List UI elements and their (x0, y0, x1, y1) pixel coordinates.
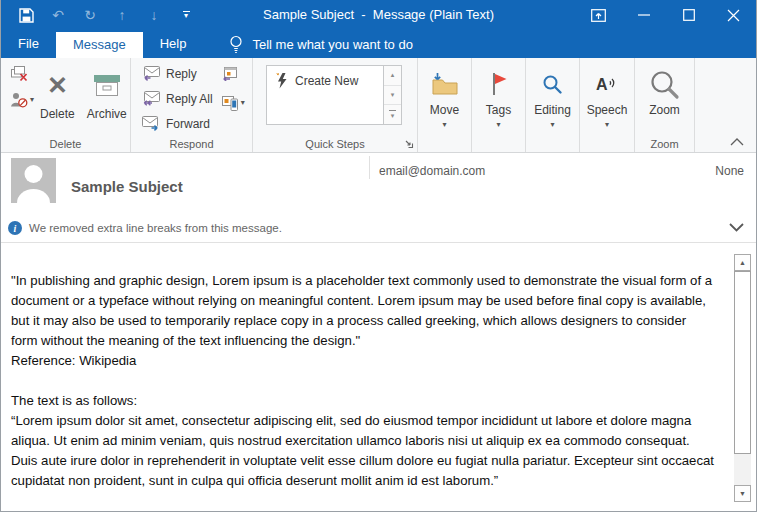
more-respond-actions-button[interactable]: ▾ (221, 95, 245, 111)
lightbulb-icon (229, 35, 243, 54)
editing-caret-icon: ▾ (550, 121, 554, 129)
ribbon-group-tags: Tags ▾ (472, 58, 526, 152)
scroll-down-icon: ▾ (391, 91, 395, 99)
reply-button[interactable]: Reply (141, 62, 213, 85)
create-new-quick-step[interactable]: Create New (274, 72, 383, 89)
tab-file[interactable]: File (1, 30, 56, 58)
reply-icon (141, 65, 161, 82)
tags-button[interactable]: Tags ▾ (472, 58, 525, 152)
close-button[interactable] (711, 0, 756, 30)
message-text: "In publishing and graphic design, Lorem… (11, 271, 716, 491)
sender-avatar (11, 158, 56, 203)
tell-me-label: Tell me what you want to do (252, 37, 412, 52)
ribbon-group-zoom: Zoom Zoom (635, 58, 695, 152)
meeting-button[interactable] (221, 66, 245, 81)
collapse-ribbon-button[interactable] (730, 138, 744, 146)
scrollbar-down-icon: ▼ (739, 490, 746, 497)
redo-icon: ↻ (84, 8, 96, 22)
move-label: Move (430, 103, 459, 117)
message-body[interactable]: "In publishing and graphic design, Lorem… (1, 244, 756, 511)
header-divider (369, 156, 370, 179)
message-subject: Sample Subject (71, 178, 183, 195)
scrollbar-down-button[interactable]: ▼ (734, 485, 751, 502)
arrow-down-icon: ↓ (151, 8, 158, 22)
scrollbar-up-button[interactable]: ▲ (734, 254, 751, 271)
quick-steps-group-label: Quick Steps (253, 138, 417, 150)
delete-button[interactable]: ✕ Delete (34, 60, 81, 121)
speech-caret-icon: ▾ (605, 121, 609, 129)
expand-header-button[interactable] (729, 223, 744, 232)
zoom-icon (649, 69, 680, 100)
archive-button[interactable]: Archive (81, 60, 133, 121)
tab-message[interactable]: Message (56, 32, 143, 58)
quick-steps-scroll-strip: ▴ ▾ ▾ (383, 66, 401, 124)
ribbon-tab-row: File Message Help Tell me what you want … (1, 30, 756, 58)
redo-button[interactable]: ↻ (81, 6, 99, 24)
ribbon-group-quick-steps: Create New ▴ ▾ ▾ Quick Steps (253, 58, 418, 152)
scrollbar-thumb[interactable] (734, 271, 751, 454)
gallery-more-button[interactable]: ▾ (384, 105, 401, 124)
ignore-button[interactable] (10, 65, 29, 82)
ribbon-group-respond: Reply Reply All (131, 58, 253, 152)
flag-status: None (715, 164, 744, 178)
speech-label: Speech (587, 103, 628, 117)
reply-all-icon (141, 90, 161, 107)
delete-label: Delete (40, 107, 75, 121)
move-button[interactable]: Move ▾ (418, 58, 471, 152)
zoom-group-label: Zoom (635, 138, 694, 150)
body-paragraph-2: “Lorem ipsum dolor sit amet, consectetur… (11, 411, 716, 491)
block-sender-button[interactable]: ▾ (10, 92, 34, 108)
reply-label: Reply (166, 67, 197, 81)
info-icon: i (8, 221, 22, 235)
save-button[interactable] (17, 6, 35, 24)
move-caret-icon: ▾ (442, 121, 446, 129)
window-controls (576, 0, 756, 30)
gallery-scroll-up-button[interactable]: ▴ (384, 66, 401, 86)
gallery-scroll-down-button[interactable]: ▾ (384, 86, 401, 106)
minimize-button[interactable] (621, 0, 666, 30)
respond-group-label: Respond (131, 138, 252, 150)
delete-x-icon: ✕ (47, 71, 68, 100)
undo-icon: ↶ (52, 8, 64, 22)
arrow-up-icon: ↑ (119, 8, 126, 22)
body-blank-line (11, 371, 716, 391)
editing-label: Editing (534, 103, 571, 117)
next-item-button[interactable]: ↓ (145, 6, 163, 24)
speech-button[interactable]: A Speech ▾ (580, 58, 634, 152)
forward-button[interactable]: Forward (141, 112, 213, 135)
body-intro: The text is as follows: (11, 391, 716, 411)
undo-button[interactable]: ↶ (49, 6, 67, 24)
tell-me-box[interactable]: Tell me what you want to do (229, 30, 412, 58)
body-paragraph-1: "In publishing and graphic design, Lorem… (11, 271, 716, 351)
scrollbar-track[interactable] (734, 454, 751, 485)
dialog-launcher-icon (404, 139, 414, 149)
body-scrollbar[interactable]: ▲ ▼ (734, 254, 751, 502)
previous-item-button[interactable]: ↑ (113, 6, 131, 24)
chevron-up-icon (730, 138, 744, 146)
ribbon-group-move: Move ▾ (418, 58, 472, 152)
move-folder-icon (431, 72, 459, 97)
forward-label: Forward (166, 117, 210, 131)
body-reference: Reference: Wikipedia (11, 351, 716, 371)
quick-steps-gallery: Create New ▴ ▾ ▾ (266, 65, 402, 125)
im-icon (221, 95, 239, 111)
quick-steps-dialog-launcher[interactable] (404, 139, 414, 149)
flag-icon (489, 71, 509, 97)
create-new-label: Create New (295, 74, 358, 88)
customize-qat-button[interactable]: ▾ (177, 6, 195, 24)
maximize-button[interactable] (666, 0, 711, 30)
create-new-icon (274, 72, 289, 89)
editing-button[interactable]: Editing ▾ (526, 58, 579, 152)
ribbon-display-options-button[interactable] (576, 0, 621, 30)
tab-help[interactable]: Help (143, 30, 204, 58)
title-bar: ↶ ↻ ↑ ↓ ▾ Sample Subject - Message (Plai… (1, 0, 756, 30)
more-respond-caret-icon: ▾ (241, 99, 245, 107)
quick-access-toolbar: ↶ ↻ ↑ ↓ ▾ (17, 6, 195, 24)
ribbon: ▾ ✕ Delete Archive (1, 58, 756, 153)
info-bar: i We removed extra line breaks from this… (1, 221, 282, 235)
editing-find-icon (542, 74, 563, 95)
chevron-down-icon (729, 223, 744, 232)
delete-group-label: Delete (1, 138, 130, 150)
reply-all-button[interactable]: Reply All (141, 87, 213, 110)
reply-all-label: Reply All (166, 92, 213, 106)
